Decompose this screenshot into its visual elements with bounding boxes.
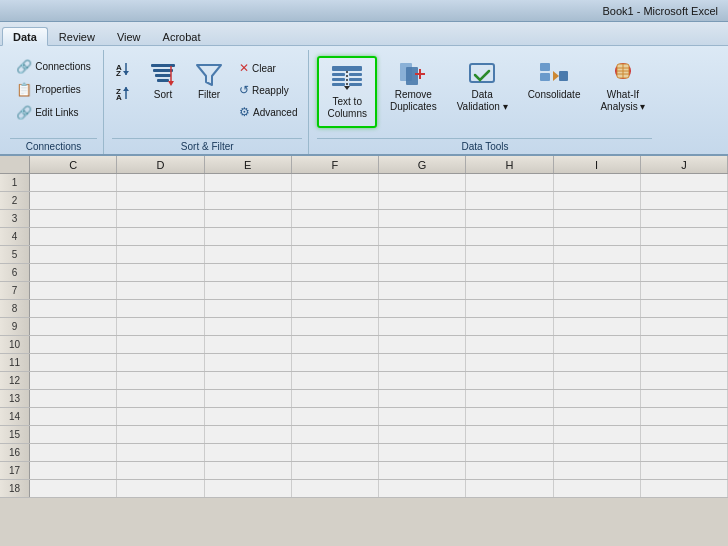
- col-header-g[interactable]: G: [379, 156, 466, 173]
- advanced-button[interactable]: ⚙ Advanced: [234, 102, 302, 122]
- svg-rect-20: [349, 78, 362, 81]
- edit-links-button[interactable]: 🔗 Edit Links: [11, 102, 83, 123]
- connections-button[interactable]: 🔗 Connections: [11, 56, 96, 77]
- svg-marker-7: [123, 87, 129, 91]
- reapply-label: Reapply: [252, 85, 289, 96]
- corner-cell: [0, 156, 30, 173]
- consolidate-label: Consolidate: [528, 89, 581, 101]
- grid-cell[interactable]: [30, 174, 117, 191]
- clear-icon: ✕: [239, 61, 249, 75]
- table-row: 9: [0, 318, 728, 336]
- table-row: 1: [0, 174, 728, 192]
- clear-label: Clear: [252, 63, 276, 74]
- table-row: 16: [0, 444, 728, 462]
- data-validation-button[interactable]: DataValidation ▾: [450, 56, 515, 126]
- column-headers: C D E F G H I J: [0, 156, 728, 174]
- sort-za-button[interactable]: Z A: [112, 82, 138, 104]
- tab-data[interactable]: Data: [2, 27, 48, 46]
- svg-text:A: A: [116, 93, 122, 101]
- svg-rect-30: [540, 73, 550, 81]
- properties-button[interactable]: 📋 Properties: [11, 79, 86, 100]
- svg-rect-32: [559, 71, 568, 81]
- svg-rect-18: [332, 83, 345, 86]
- remove-duplicates-label: RemoveDuplicates: [390, 89, 437, 113]
- col-header-i[interactable]: I: [554, 156, 641, 173]
- reapply-button[interactable]: ↺ Reapply: [234, 80, 302, 100]
- table-row: 18: [0, 480, 728, 498]
- ribbon-group-connections: 🔗 Connections 📋 Properties 🔗 Edit Links …: [4, 50, 104, 154]
- svg-rect-16: [332, 73, 345, 76]
- svg-rect-25: [406, 67, 418, 85]
- table-row: 6: [0, 264, 728, 282]
- svg-rect-17: [332, 78, 345, 81]
- advanced-label: Advanced: [253, 107, 297, 118]
- remove-duplicates-button[interactable]: RemoveDuplicates: [383, 56, 444, 126]
- table-row: 5: [0, 246, 728, 264]
- svg-rect-29: [540, 63, 550, 71]
- table-row: 15: [0, 426, 728, 444]
- title-bar-text: Book1 - Microsoft Excel: [602, 5, 718, 17]
- table-row: 3: [0, 210, 728, 228]
- svg-rect-10: [155, 74, 171, 77]
- tab-view[interactable]: View: [106, 27, 152, 45]
- col-header-d[interactable]: D: [117, 156, 204, 173]
- what-if-label: What-IfAnalysis ▾: [600, 89, 645, 113]
- svg-marker-13: [168, 81, 174, 86]
- table-row: 7: [0, 282, 728, 300]
- reapply-icon: ↺: [239, 83, 249, 97]
- what-if-icon: [608, 61, 638, 89]
- sort-az-button[interactable]: A Z: [112, 58, 138, 80]
- ribbon-group-sort-filter: A Z Z A: [106, 50, 309, 154]
- svg-text:Z: Z: [116, 69, 121, 77]
- data-validation-label: DataValidation ▾: [457, 89, 508, 113]
- row-header: 1: [0, 174, 30, 191]
- sort-label: Sort: [154, 89, 172, 101]
- filter-label: Filter: [198, 89, 220, 101]
- col-header-e[interactable]: E: [205, 156, 292, 173]
- text-to-columns-label: Text toColumns: [327, 96, 366, 120]
- col-header-c[interactable]: C: [30, 156, 117, 173]
- svg-rect-19: [349, 73, 362, 76]
- properties-icon: 📋: [16, 82, 32, 97]
- connections-group-label: Connections: [10, 138, 97, 154]
- sort-icon: [149, 61, 177, 89]
- svg-rect-9: [153, 69, 173, 72]
- filter-button[interactable]: Filter: [188, 54, 230, 124]
- tab-review[interactable]: Review: [48, 27, 106, 45]
- connections-label: Connections: [35, 61, 91, 72]
- edit-links-label: Edit Links: [35, 107, 78, 118]
- sort-filter-group-label: Sort & Filter: [112, 138, 302, 154]
- advanced-icon: ⚙: [239, 105, 250, 119]
- spreadsheet: C D E F G H I J 1 2 3 4 5 6 7 8 9 10 11 …: [0, 156, 728, 498]
- table-row: 11: [0, 354, 728, 372]
- connections-icon: 🔗: [16, 59, 32, 74]
- sort-button[interactable]: Sort: [142, 54, 184, 124]
- filter-icon: [195, 61, 223, 89]
- clear-button[interactable]: ✕ Clear: [234, 58, 302, 78]
- table-row: 13: [0, 390, 728, 408]
- table-row: 14: [0, 408, 728, 426]
- svg-rect-15: [332, 66, 362, 71]
- svg-marker-23: [344, 86, 350, 90]
- sort-za-icon: Z A: [116, 85, 134, 101]
- ribbon-body: 🔗 Connections 📋 Properties 🔗 Edit Links …: [0, 46, 728, 156]
- properties-label: Properties: [35, 84, 81, 95]
- table-row: 2: [0, 192, 728, 210]
- svg-marker-14: [197, 65, 221, 85]
- remove-duplicates-icon: [398, 61, 428, 89]
- table-row: 8: [0, 300, 728, 318]
- text-to-columns-button[interactable]: Text toColumns: [317, 56, 376, 128]
- svg-rect-11: [157, 79, 169, 82]
- consolidate-button[interactable]: Consolidate: [521, 56, 588, 126]
- table-row: 10: [0, 336, 728, 354]
- col-header-h[interactable]: H: [466, 156, 553, 173]
- col-header-f[interactable]: F: [292, 156, 379, 173]
- data-tools-group-label: Data Tools: [317, 138, 652, 154]
- grid-area: 1 2 3 4 5 6 7 8 9 10 11 12 13 14 15 16 1…: [0, 174, 728, 498]
- what-if-analysis-button[interactable]: What-IfAnalysis ▾: [593, 56, 652, 126]
- consolidate-icon: [539, 61, 569, 89]
- col-header-j[interactable]: J: [641, 156, 728, 173]
- text-to-columns-icon: [331, 64, 363, 94]
- table-row: 17: [0, 462, 728, 480]
- tab-acrobat[interactable]: Acrobat: [152, 27, 212, 45]
